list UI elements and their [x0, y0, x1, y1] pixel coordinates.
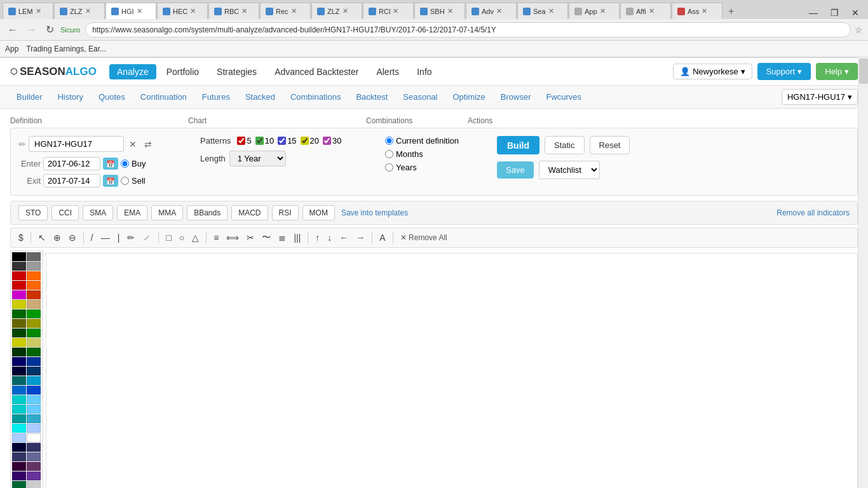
build-button[interactable]: Build [497, 136, 539, 154]
color-medium-cyan[interactable] [27, 414, 41, 423]
sub-nav-seasonal[interactable]: Seasonal [397, 90, 444, 104]
draw-line-horizontal[interactable]: — [98, 231, 112, 244]
tab-Adv[interactable]: Adv ✕ [466, 3, 517, 19]
draw-bars-v[interactable]: ||| [291, 231, 303, 244]
draw-zoom-in[interactable]: ⊕ [51, 231, 64, 244]
color-dark-violet[interactable] [12, 471, 26, 480]
color-dark-purple[interactable] [12, 462, 26, 471]
color-light-teal[interactable] [27, 376, 41, 385]
clear-symbol-button[interactable]: ✕ [126, 138, 139, 151]
static-button[interactable]: Static [545, 136, 585, 154]
draw-bars-h[interactable]: ≣ [276, 231, 288, 244]
draw-circle[interactable]: ○ [177, 231, 187, 244]
pattern-15-checkbox[interactable] [278, 137, 286, 145]
tab-close-LEM[interactable]: ✕ [36, 7, 41, 15]
nav-portfolio[interactable]: Portfolio [159, 64, 207, 79]
color-violet[interactable] [27, 471, 41, 480]
length-select[interactable]: 1 Year 2 Years 3 Years 5 Years 10 Years [229, 151, 286, 166]
draw-dollar-icon[interactable]: $ [16, 231, 26, 244]
color-red[interactable] [12, 271, 26, 280]
years-option[interactable]: Years [385, 163, 487, 172]
sub-nav-backtest[interactable]: Backtest [349, 90, 394, 104]
remove-all-indicators-link[interactable]: Remove all indicators [776, 208, 850, 217]
refresh-button[interactable]: ↻ [43, 24, 57, 36]
tab-ZLZ[interactable]: ZLZ ✕ [54, 3, 105, 19]
indicator-rsi[interactable]: RSI [272, 205, 299, 220]
close-button[interactable]: ✕ [848, 6, 863, 19]
color-red-2[interactable] [12, 281, 26, 290]
color-black[interactable] [12, 252, 26, 261]
tab-App[interactable]: App ✕ [569, 3, 620, 19]
pattern-30-checkbox[interactable] [323, 137, 331, 145]
color-periwinkle[interactable] [27, 452, 41, 461]
color-navy[interactable] [12, 357, 26, 366]
help-button[interactable]: Help ▾ [816, 63, 858, 80]
tab-Rec[interactable]: Rec ✕ [260, 3, 311, 19]
color-orange-2[interactable] [27, 281, 41, 290]
minimize-button[interactable]: — [805, 6, 822, 19]
color-bright-yellow[interactable] [12, 338, 26, 347]
color-magenta[interactable] [12, 290, 26, 299]
tab-RBC[interactable]: RBC ✕ [208, 3, 259, 19]
indicator-mom[interactable]: MOM [302, 205, 335, 220]
color-dark-blue[interactable] [27, 357, 41, 366]
pattern-20-checkbox[interactable] [301, 137, 309, 145]
tab-RCl[interactable]: RCl ✕ [363, 3, 414, 19]
nav-analyze[interactable]: Analyze [109, 64, 156, 79]
nav-advanced-backtester[interactable]: Advanced Backtester [267, 64, 366, 79]
draw-rectangle[interactable]: □ [163, 231, 173, 244]
color-dark-gray[interactable] [27, 252, 41, 261]
shuffle-symbol-button[interactable]: ⇄ [142, 138, 154, 151]
tab-LEM[interactable]: LEM ✕ [3, 3, 53, 19]
draw-arrows[interactable]: ⟺ [224, 231, 241, 244]
draw-triangle[interactable]: △ [189, 231, 201, 244]
enter-date-input[interactable] [43, 157, 100, 170]
sub-nav-optimize[interactable]: Optimize [446, 90, 491, 104]
sub-nav-futures[interactable]: Futures [196, 90, 236, 104]
tab-HEC[interactable]: HEC ✕ [157, 3, 208, 19]
tab-close-Sea[interactable]: ✕ [548, 7, 554, 15]
back-button[interactable]: ← [5, 24, 20, 36]
pattern-20-label[interactable]: 20 [301, 136, 319, 146]
draw-wave[interactable]: 〜 [259, 231, 273, 245]
sub-nav-continuation[interactable]: Continuation [134, 90, 193, 104]
color-dark-red[interactable] [27, 290, 41, 299]
bookmark-app[interactable]: App [5, 44, 18, 53]
color-teal[interactable] [12, 376, 26, 385]
pattern-5-label[interactable]: 5 [237, 136, 251, 146]
sub-nav-history[interactable]: History [51, 90, 89, 104]
current-definition-option[interactable]: Current definition [385, 136, 487, 146]
scrollbar-thumb[interactable] [859, 58, 868, 84]
sell-radio[interactable] [121, 177, 129, 185]
draw-eraser[interactable]: ⟋ [140, 231, 154, 244]
tab-close-SBH[interactable]: ✕ [447, 7, 453, 15]
sell-radio-label[interactable]: Sell [121, 176, 146, 186]
tab-close-ZLZ[interactable]: ✕ [85, 7, 91, 15]
sub-nav-stacked[interactable]: Stacked [239, 90, 281, 104]
color-dark-navy[interactable] [27, 443, 41, 452]
color-purple[interactable] [27, 462, 41, 471]
color-medium-navy[interactable] [12, 452, 26, 461]
color-light-blue[interactable] [27, 395, 41, 404]
draw-right-arrow[interactable]: → [353, 231, 367, 244]
watchlist-select[interactable]: Watchlist Favorites Custom [539, 161, 600, 179]
draw-down-arrow[interactable]: ↓ [325, 231, 334, 244]
tab-HGI[interactable]: HGI ✕ [105, 3, 156, 19]
indicator-ema[interactable]: EMA [117, 205, 147, 220]
address-input[interactable] [85, 22, 851, 37]
save-button[interactable]: Save [497, 161, 534, 179]
draw-left-arrow[interactable]: ← [337, 231, 351, 244]
pattern-30-label[interactable]: 30 [323, 136, 341, 146]
color-blue-dark[interactable] [27, 367, 41, 376]
draw-line-vertical[interactable]: | [115, 231, 123, 244]
pattern-15-label[interactable]: 15 [278, 136, 296, 146]
color-orange[interactable] [27, 271, 41, 280]
enter-calendar-button[interactable]: 📅 [103, 158, 118, 170]
tab-close-HEC[interactable]: ✕ [190, 7, 196, 15]
color-blue[interactable] [27, 386, 41, 395]
months-option[interactable]: Months [385, 149, 487, 159]
indicator-sma[interactable]: SMA [83, 205, 113, 220]
color-medium-gray[interactable] [27, 262, 41, 271]
draw-zoom-out[interactable]: ⊖ [66, 231, 79, 244]
pattern-10-label[interactable]: 10 [255, 136, 274, 146]
